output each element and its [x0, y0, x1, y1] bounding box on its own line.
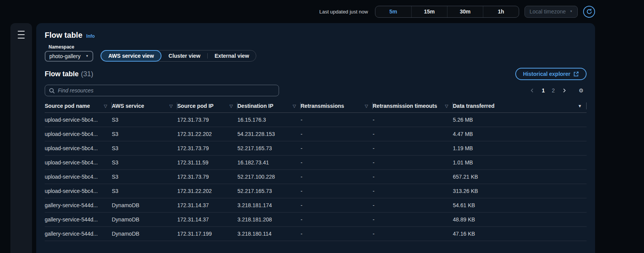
- table-cell: 3.218.181.174: [237, 198, 301, 213]
- table-cell: -: [373, 213, 453, 227]
- table-cell: -: [373, 127, 453, 141]
- view-cluster[interactable]: Cluster view: [161, 50, 207, 62]
- sort-desc-icon[interactable]: ▼: [578, 104, 582, 108]
- table-cell: 52.217.165.73: [237, 141, 301, 156]
- panel-title-row: Flow table Info: [45, 31, 587, 40]
- table-cell: -: [373, 141, 453, 156]
- table-cell: 48.89 KB: [453, 213, 587, 227]
- column-label: Source pod name: [45, 103, 90, 109]
- pagination: 1 2 ⚙: [526, 86, 587, 95]
- table-cell: 5.26 MB: [453, 113, 587, 127]
- column-header-source-pod-ip[interactable]: Source pod IP ▽: [177, 99, 237, 113]
- table-cell: -: [301, 156, 373, 170]
- column-label: Data transferred: [453, 103, 494, 109]
- search-input[interactable]: [58, 87, 275, 94]
- table-cell: -: [301, 213, 373, 227]
- menu-button[interactable]: [16, 31, 26, 39]
- table-cell: -: [301, 127, 373, 141]
- table-row: gallery-service-544d...DynamoDB172.31.17…: [45, 227, 587, 241]
- view-external[interactable]: External view: [208, 50, 256, 62]
- section-row: Flow table(31) Historical explorer: [45, 68, 587, 80]
- filter-icon[interactable]: ▽: [445, 104, 448, 109]
- pagination-prev-button[interactable]: [526, 86, 538, 95]
- chevron-right-icon: [562, 88, 567, 93]
- namespace-label: Namespace: [45, 44, 93, 50]
- table-cell: 172.31.73.79: [177, 141, 237, 156]
- table-cell: 16.15.176.3: [237, 113, 301, 127]
- page-title: Flow table: [45, 31, 82, 40]
- table-cell: upload-service-5bc4...: [45, 113, 112, 127]
- column-label: Retransmission timeouts: [373, 103, 437, 109]
- filter-icon[interactable]: ▽: [104, 104, 107, 109]
- content: Flow table Info Namespace photo-gallery …: [0, 23, 644, 253]
- filter-icon[interactable]: ▽: [365, 104, 368, 109]
- sidebar: [10, 23, 32, 253]
- table-cell: -: [301, 198, 373, 213]
- table-cell: -: [373, 198, 453, 213]
- table-cell: upload-service-5bc4...: [45, 141, 112, 156]
- namespace-select[interactable]: photo-gallery ▼: [45, 51, 93, 62]
- pagination-next-button[interactable]: [558, 86, 570, 95]
- namespace-value: photo-gallery: [49, 53, 81, 59]
- table-cell: 47.16 KB: [453, 227, 587, 241]
- flow-table-panel: Flow table Info Namespace photo-gallery …: [36, 23, 595, 253]
- column-header-source-pod-name[interactable]: Source pod name ▽: [45, 99, 112, 113]
- last-updated-text: Last updated just now: [319, 9, 368, 15]
- table-cell: upload-service-5bc4...: [45, 170, 112, 184]
- table-cell: 172.31.14.37: [177, 213, 237, 227]
- table-row: upload-service-5bc4...S3172.31.73.7952.2…: [45, 141, 587, 156]
- table-row: upload-service-5bc4...S3172.31.22.20254.…: [45, 127, 587, 141]
- table-cell: S3: [112, 170, 177, 184]
- column-header-aws-service[interactable]: AWS service ▽: [112, 99, 177, 113]
- column-label: Retransmissions: [301, 103, 344, 109]
- table-row: upload-service-5bc4...S3172.31.73.7916.1…: [45, 113, 587, 127]
- flow-table: Source pod name ▽ AWS service ▽ Source p…: [45, 99, 587, 241]
- filter-icon[interactable]: ▽: [293, 104, 296, 109]
- table-cell: -: [301, 113, 373, 127]
- column-header-data-transferred[interactable]: Data transferred ▼: [453, 99, 587, 113]
- time-range-5m[interactable]: 5m: [375, 6, 411, 17]
- table-cell: 172.31.22.202: [177, 127, 237, 141]
- refresh-button[interactable]: [583, 6, 595, 18]
- table-row: upload-service-5bc4...S3172.31.11.5916.1…: [45, 156, 587, 170]
- table-cell: 172.31.73.79: [177, 170, 237, 184]
- table-cell: -: [373, 156, 453, 170]
- chevron-down-icon: ▼: [570, 10, 573, 13]
- table-cell: gallery-service-544d...: [45, 227, 112, 241]
- table-cell: 16.182.73.41: [237, 156, 301, 170]
- search-icon: [49, 88, 55, 94]
- chevron-down-icon: ▼: [86, 55, 89, 58]
- time-range-30m[interactable]: 30m: [447, 6, 483, 17]
- table-cell: DynamoDB: [112, 227, 177, 241]
- external-link-icon: [573, 71, 579, 77]
- table-cell: upload-service-5bc4...: [45, 156, 112, 170]
- view-toggle: AWS service view Cluster view External v…: [100, 50, 256, 62]
- table-cell: 172.31.22.202: [177, 184, 237, 198]
- table-cell: -: [373, 113, 453, 127]
- table-settings-button[interactable]: ⚙: [575, 86, 587, 95]
- flow-table-header: Source pod name ▽ AWS service ▽ Source p…: [45, 99, 587, 113]
- table-cell: 3.218.181.208: [237, 213, 301, 227]
- column-header-destination-ip[interactable]: Destination IP ▽: [237, 99, 301, 113]
- filter-icon[interactable]: ▽: [170, 104, 173, 109]
- column-header-retransmission-timeouts[interactable]: Retransmission timeouts ▽: [373, 99, 453, 113]
- filter-icon[interactable]: ▽: [230, 104, 233, 109]
- timezone-select[interactable]: Local timezone ▼: [525, 6, 578, 18]
- pagination-page-1[interactable]: 1: [539, 86, 548, 95]
- time-range-15m[interactable]: 15m: [411, 6, 447, 17]
- column-header-retransmissions[interactable]: Retransmissions ▽: [301, 99, 373, 113]
- historical-explorer-button[interactable]: Historical explorer: [515, 68, 587, 80]
- table-title: Flow table(31): [45, 70, 93, 78]
- info-link[interactable]: Info: [86, 34, 95, 39]
- flow-table-body: upload-service-5bc4...S3172.31.73.7916.1…: [45, 113, 587, 241]
- view-aws-service[interactable]: AWS service view: [101, 50, 161, 62]
- table-cell: upload-service-5bc4...: [45, 184, 112, 198]
- time-range-control: 5m 15m 30m 1h: [375, 6, 519, 18]
- controls-row: Namespace photo-gallery ▼ AWS service vi…: [45, 44, 587, 62]
- table-cell: 54.61 KB: [453, 198, 587, 213]
- table-cell: DynamoDB: [112, 213, 177, 227]
- table-count: (31): [81, 70, 93, 78]
- time-range-1h[interactable]: 1h: [483, 6, 519, 17]
- pagination-page-2[interactable]: 2: [549, 86, 558, 95]
- table-cell: S3: [112, 184, 177, 198]
